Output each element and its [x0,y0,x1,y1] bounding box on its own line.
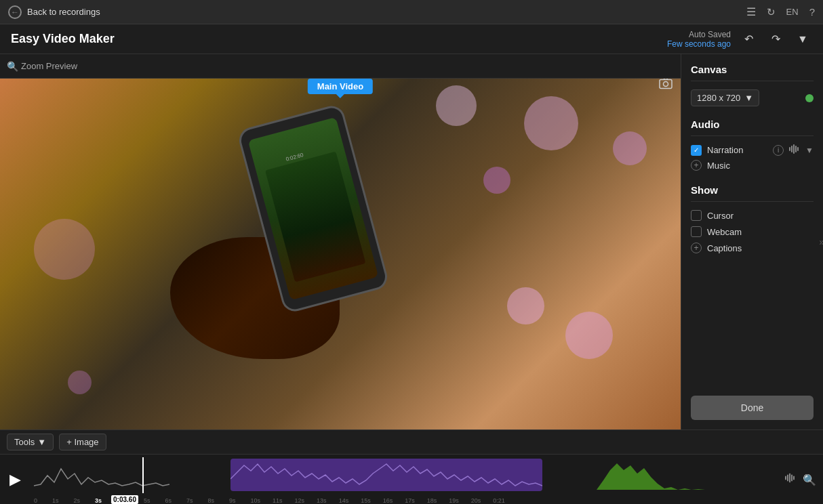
svg-rect-10 [789,474,790,483]
ruler-tick-12s: 12s [295,497,305,504]
music-add-icon[interactable]: + [691,160,702,171]
back-label: Back to recordings [27,7,100,17]
show-title: Show [691,184,814,196]
music-item: + Music [691,160,814,171]
lang-label[interactable]: EN [786,7,799,17]
captions-label: Captions [707,243,742,253]
undo-button[interactable]: ↶ [739,30,758,49]
svg-rect-6 [797,147,799,151]
ruler-tick-7s: 7s [186,497,193,504]
top-bar: ← Back to recordings ☰ ↻ EN ? [0,0,823,24]
ruler-tick-9s: 9s [229,497,236,504]
app-title: Easy Video Maker [11,32,115,46]
auto-saved-info: Auto Saved Few seconds ago [667,30,731,49]
canvas-title: Canvas [691,64,814,75]
ruler-tick-8s: 8s [208,497,215,504]
right-panel: Canvas 1280 x 720 ▼ Audio ✓ Narration i [681,54,823,429]
ruler-tick-13s: 13s [317,497,327,504]
history-icon[interactable]: ↻ [767,6,776,18]
svg-point-1 [664,82,668,87]
list-icon[interactable]: ☰ [746,5,756,18]
redo-button[interactable]: ↷ [766,30,785,49]
ruler-tick-5s: 5s [144,497,150,504]
ruler-tick-14s: 14s [339,497,349,504]
cursor-label: Cursor [707,211,734,221]
video-toolbar: 🔍 Zoom Preview [0,54,681,79]
search-zoom-icon: 🔍 [7,61,18,72]
svg-marker-7 [597,463,705,490]
title-bar: Easy Video Maker Auto Saved Few seconds … [0,24,823,54]
canvas-dropdown-icon: ▼ [744,93,753,103]
webcam-item: Webcam [691,226,814,237]
ruler-tick-6s: 6s [165,497,172,504]
narration-expand-icon[interactable]: ▼ [805,146,814,155]
music-label: Music [707,161,730,171]
ruler-tick-0: 0 [34,497,37,504]
timeline-area: Tools ▼ + Image ▶ 0 1s 2s 3s 0:03.60 5s … [0,429,823,504]
svg-rect-8 [785,476,786,480]
show-section: Show Cursor Webcam + Captions [691,184,814,259]
waveform-track-left [34,459,169,491]
canvas-divider [691,81,814,81]
timeline-ruler: 0 1s 2s 3s 0:03.60 5s 6s 7s 8s 9s 10s 11… [34,493,776,504]
phone-graphic: 0:02:60 [259,114,395,331]
captions-add-icon[interactable]: + [691,243,702,253]
ruler-tick-19s: 19s [449,497,459,504]
back-arrow-icon: ← [8,5,22,19]
title-dropdown-button[interactable]: ▼ [793,30,812,49]
ruler-tick-16s: 16s [383,497,393,504]
svg-rect-5 [795,146,797,152]
timeline-search-icon[interactable]: 🔍 [803,473,816,486]
play-button[interactable]: ▶ [9,471,21,488]
svg-rect-12 [793,476,795,480]
cursor-checkbox[interactable] [691,210,702,221]
tools-label: Tools [14,437,35,447]
ruler-tick-11s: 11s [273,497,283,504]
video-background: 0:02:60 [0,79,681,429]
ruler-tick-20s: 20s [471,497,481,504]
main-layout: 🔍 Zoom Preview Main Video [0,54,823,429]
narration-info-icon[interactable]: i [773,145,784,156]
back-to-recordings[interactable]: ← Back to recordings [8,5,100,19]
help-icon[interactable]: ? [809,6,815,18]
screenshot-button[interactable] [659,79,673,94]
ruler-tick-18s: 18s [427,497,437,504]
ruler-tick-1s: 1s [52,497,59,504]
timeline-content: ▶ 0 1s 2s 3s 0:03.60 5s 6s 7s 8s 9s 10s … [0,455,823,504]
canvas-resolution-select[interactable]: 1280 x 720 ▼ [691,89,759,106]
audio-title: Audio [691,119,814,130]
zoom-preview[interactable]: 🔍 Zoom Preview [7,61,77,72]
narration-waveform-icon[interactable] [789,144,800,156]
canvas-section: Canvas 1280 x 720 ▼ [691,64,814,109]
main-video-badge: Main Video [308,79,373,94]
video-area: 🔍 Zoom Preview Main Video [0,54,681,429]
title-bar-right: Auto Saved Few seconds ago ↶ ↷ ▼ [667,30,812,49]
narration-checkbox[interactable]: ✓ [691,145,702,156]
narration-item: ✓ Narration i ▼ [691,144,814,156]
auto-saved-label: Auto Saved [689,30,731,39]
current-time-label: 0:03.60 [111,495,138,504]
image-button[interactable]: + Image [59,434,106,450]
purple-waveform [230,459,542,491]
playhead [142,457,144,493]
svg-rect-9 [787,475,788,482]
video-preview: Main Video [0,79,681,429]
cursor-item: Cursor [691,210,814,221]
canvas-status-dot [805,94,814,102]
canvas-row: 1280 x 720 ▼ [691,89,814,106]
ruler-tick-end: 0:21 [493,497,505,504]
ruler-tick-17s: 17s [405,497,415,504]
canvas-resolution-label: 1280 x 720 [697,93,740,103]
tools-button[interactable]: Tools ▼ [7,434,54,450]
panel-expand-icon[interactable]: » [819,236,823,247]
svg-rect-3 [791,146,792,152]
svg-rect-11 [791,475,792,482]
show-divider [691,201,814,202]
timeline-right-icons: 🔍 [785,473,816,486]
tools-dropdown-icon: ▼ [37,437,46,447]
purple-track-segment[interactable] [230,459,542,491]
webcam-checkbox[interactable] [691,226,702,237]
top-bar-actions: ☰ ↻ EN ? [746,5,815,18]
timeline-waveform-icon[interactable] [785,474,796,486]
done-button[interactable]: Done [691,396,814,420]
